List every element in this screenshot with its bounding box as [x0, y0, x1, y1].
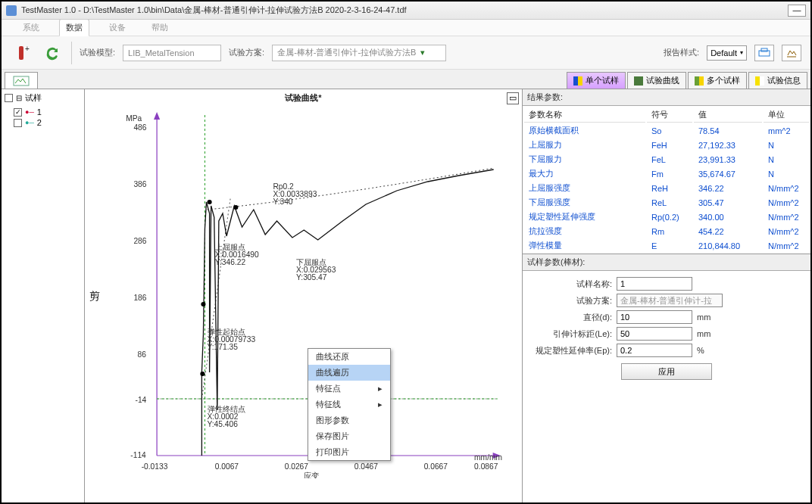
svg-text:386: 386	[133, 180, 146, 188]
menu-data[interactable]: 数据	[59, 19, 89, 36]
svg-text:0.0467: 0.0467	[354, 462, 379, 471]
ctx-feature-points[interactable]: 特征点▸	[308, 381, 390, 397]
specimen-1-check[interactable]	[14, 108, 22, 117]
content: ⊟试样 ●─1 ●─2 试验曲线* ▭ 剪 MPa	[2, 89, 810, 504]
ctx-curve-traverse[interactable]: 曲线遍历	[308, 365, 390, 381]
ctx-save-image[interactable]: 保存图片	[308, 428, 390, 444]
results-header: 结果参数:	[523, 89, 810, 106]
spec-d-label: 直径(d):	[529, 312, 612, 323]
tab-single-specimen[interactable]: 单个试样	[567, 72, 626, 89]
svg-text:+: +	[25, 45, 30, 53]
col-symbol: 符号	[647, 107, 692, 123]
minimize-button[interactable]: —	[788, 5, 806, 17]
chart-maximize-button[interactable]: ▭	[507, 92, 519, 104]
menu-tabs: 系统 数据 设备 帮助	[2, 20, 810, 36]
svg-text:0.0267: 0.0267	[285, 462, 309, 471]
svg-text:Y:346.22: Y:346.22	[215, 258, 246, 266]
spec-ep-input[interactable]	[617, 344, 692, 357]
svg-text:Y:171.35: Y:171.35	[208, 343, 239, 351]
table-row: 上屈服强度ReH346.22N/mm^2	[524, 182, 809, 194]
col-unit: 单位	[764, 107, 809, 123]
spec-ep-label: 规定塑性延伸率(Ep):	[529, 345, 612, 356]
svg-marker-6	[154, 112, 160, 120]
table-row: 弹性模量E210,844.80N/mm^2	[524, 239, 809, 252]
svg-point-32	[200, 372, 205, 376]
svg-text:486: 486	[133, 123, 146, 132]
spec-le-input[interactable]	[617, 327, 692, 341]
tree-root-check[interactable]	[5, 94, 13, 102]
svg-text:Y:305.47: Y:305.47	[296, 273, 327, 282]
menu-device[interactable]: 设备	[103, 20, 132, 36]
tab-test-info[interactable]: 试验信息	[748, 72, 807, 89]
ctx-feature-lines[interactable]: 特征线▸	[308, 397, 390, 412]
table-row: 抗拉强度Rm454.22N/mm^2	[524, 225, 809, 238]
svg-rect-0	[19, 46, 23, 60]
tab-multi-specimen[interactable]: 多个试样	[688, 72, 747, 89]
svg-text:应变: 应变	[304, 471, 319, 478]
svg-text:86: 86	[138, 350, 147, 359]
svg-point-29	[208, 200, 212, 204]
chart-y-label: 剪	[89, 290, 100, 303]
apply-button[interactable]: 应用	[621, 363, 712, 380]
specimen-2-label[interactable]: 2	[37, 118, 42, 127]
chart-panel: 试验曲线* ▭ 剪 MPa 486 386 286	[85, 89, 523, 504]
svg-text:MPa: MPa	[126, 114, 142, 123]
spec-plan-label: 试验方案:	[529, 295, 612, 306]
tab-icon	[634, 76, 643, 86]
results-table: 参数名称 符号 值 单位 原始横截面积So78.54mm^2 上屈服力FeH27…	[523, 106, 810, 254]
spec-d-unit: mm	[697, 313, 710, 322]
menu-help[interactable]: 帮助	[145, 20, 174, 36]
col-value: 值	[694, 107, 762, 123]
tree-root-label: 试样	[25, 92, 42, 104]
ctx-graph-params[interactable]: 图形参数	[308, 412, 390, 428]
svg-text:0.0867: 0.0867	[474, 462, 498, 471]
ctx-curve-restore[interactable]: 曲线还原	[308, 349, 390, 365]
svg-text:Y:340: Y:340	[273, 198, 293, 206]
svg-text:-0.0133: -0.0133	[142, 462, 168, 471]
specimen-1-label[interactable]: 1	[37, 107, 42, 117]
spec-le-label: 引伸计标距(Le):	[529, 328, 612, 340]
svg-text:186: 186	[133, 294, 146, 302]
table-row: 下屈服强度ReL305.47N/mm^2	[524, 196, 809, 209]
svg-point-30	[233, 205, 238, 210]
svg-text:286: 286	[133, 237, 146, 245]
col-name: 参数名称	[524, 107, 645, 123]
refresh-button[interactable]	[41, 42, 64, 64]
add-specimen-button[interactable]: +	[11, 42, 33, 64]
table-row: 上屈服力FeH27,192.33N	[524, 138, 809, 151]
plan-label: 试验方案:	[229, 47, 264, 58]
specimen-2-check[interactable]	[14, 119, 22, 127]
svg-text:0.0667: 0.0667	[424, 462, 448, 471]
menu-system[interactable]: 系统	[17, 20, 45, 36]
specimen-tree: ⊟试样 ●─1 ●─2	[2, 89, 85, 504]
plan-value: 金属-棒材-普通引伸计-拉伸试验方法B▾	[272, 45, 446, 61]
toolbar: + 试验模型: LIB_MetalTension 试验方案: 金属-棒材-普通引…	[2, 36, 810, 70]
export-button[interactable]	[782, 45, 801, 61]
svg-text:-14: -14	[135, 396, 146, 404]
specimen-params-panel: 试样参数(棒材): 试样名称: 试验方案: 直径(d):mm 引伸计标距(Le)…	[523, 254, 810, 504]
tab-test-curve[interactable]: 试验曲线	[627, 72, 686, 89]
model-label: 试验模型:	[80, 47, 115, 58]
table-row: 下屈服力FeL23,991.33N	[524, 153, 809, 166]
tab-icon	[695, 76, 704, 86]
table-row: 原始横截面积So78.54mm^2	[524, 124, 809, 137]
separator	[71, 42, 72, 64]
model-value: LIB_MetalTension	[123, 45, 221, 61]
app-icon	[6, 5, 17, 16]
print-preview-button[interactable]	[754, 45, 774, 61]
chart-area[interactable]: MPa 486 386 286 186 86 -14 -114 -0.0133 …	[118, 107, 505, 478]
spec-name-label: 试样名称:	[529, 278, 612, 290]
report-style-dropdown[interactable]: Default▾	[707, 45, 747, 61]
report-label: 报告样式:	[664, 47, 699, 58]
spec-name-input[interactable]	[617, 277, 692, 291]
titlebar: TestMaster 1.0 - D:\TestMaster 1.0\bin\D…	[2, 2, 810, 20]
ctx-print-image[interactable]: 打印图片	[308, 444, 390, 460]
spec-d-input[interactable]	[617, 310, 692, 324]
table-row: 最大力Fm35,674.67N	[524, 167, 809, 180]
svg-point-31	[201, 302, 205, 306]
chart-title: 试验曲线*	[88, 92, 519, 104]
chart-context-menu: 曲线还原 曲线遍历 特征点▸ 特征线▸ 图形参数 保存图片 打印图片	[308, 348, 391, 461]
spec-plan-input	[617, 294, 723, 307]
tab-icon	[573, 76, 582, 86]
left-mode-tab[interactable]	[5, 72, 38, 89]
